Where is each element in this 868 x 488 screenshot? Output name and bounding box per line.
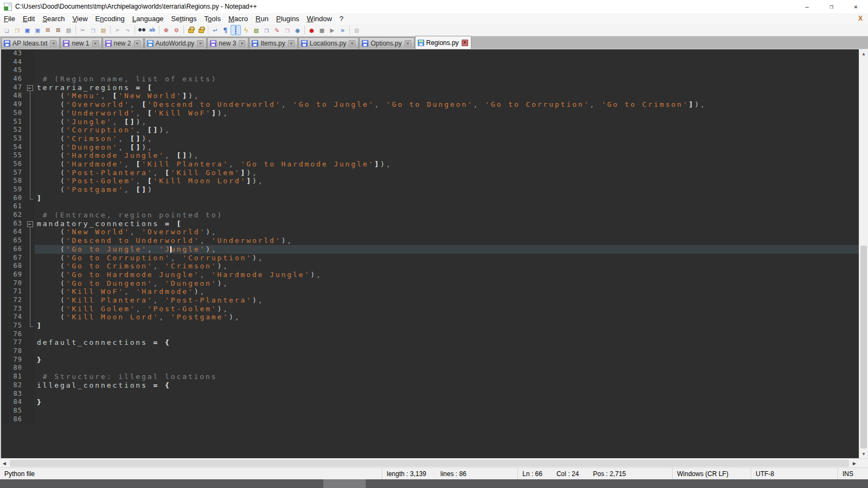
- line-number[interactable]: 56: [1, 160, 26, 169]
- code-line[interactable]: 54 ('Dungeon', []),: [1, 143, 859, 152]
- code-line[interactable]: 43: [1, 49, 859, 58]
- line-number[interactable]: 75: [1, 322, 26, 330]
- line-number[interactable]: 76: [1, 330, 26, 339]
- tab-locations-py[interactable]: Locations.py✕: [298, 37, 359, 49]
- code-line[interactable]: 73 ('Kill Golem', 'Post-Golem'),: [1, 305, 859, 313]
- code-line[interactable]: 60]: [1, 194, 859, 203]
- line-number[interactable]: 66: [1, 245, 26, 254]
- tab-close-icon[interactable]: ✕: [197, 40, 203, 47]
- scroll-up-icon[interactable]: ▲: [859, 49, 868, 58]
- line-number[interactable]: 72: [1, 296, 26, 305]
- line-number[interactable]: 77: [1, 338, 26, 347]
- tab-regions-py[interactable]: Regions.py✕: [415, 36, 471, 49]
- open-file-icon[interactable]: ❒: [12, 25, 22, 35]
- menu-tools[interactable]: Tools: [201, 14, 225, 24]
- line-number[interactable]: 70: [1, 279, 26, 288]
- line-number[interactable]: 71: [1, 287, 26, 296]
- line-number[interactable]: 80: [1, 364, 26, 373]
- tab-close-icon[interactable]: ✕: [288, 40, 295, 47]
- sync-horizontal-scroll-icon[interactable]: [196, 25, 206, 35]
- code-line[interactable]: 61: [1, 202, 859, 211]
- print-icon[interactable]: ▤: [63, 25, 74, 35]
- code-line[interactable]: 51 ('Jungle', []),: [1, 118, 859, 126]
- menu-plugins[interactable]: Plugins: [272, 14, 303, 24]
- code-line[interactable]: 58 ('Post-Golem', ['Kill Moon Lord']),: [1, 177, 859, 185]
- code-line[interactable]: 78: [1, 347, 859, 356]
- line-number[interactable]: 68: [1, 262, 26, 271]
- line-number[interactable]: 62: [1, 211, 26, 220]
- tab-close-icon[interactable]: ✕: [462, 40, 468, 46]
- code-line[interactable]: 48 ('Menu', ['New World']),: [1, 92, 859, 100]
- find-icon[interactable]: [137, 25, 147, 35]
- scroll-left-icon[interactable]: ◄: [0, 459, 9, 467]
- word-wrap-icon[interactable]: ↩: [210, 25, 220, 35]
- close-file-icon[interactable]: ⊠: [43, 25, 53, 35]
- macro-record-icon[interactable]: ●: [307, 25, 317, 35]
- code-line[interactable]: 63mandatory_connections = [: [1, 220, 859, 228]
- tab-close-icon[interactable]: ✕: [50, 40, 56, 47]
- line-number[interactable]: 81: [1, 373, 26, 381]
- line-number[interactable]: 48: [1, 92, 26, 100]
- line-number[interactable]: 83: [1, 390, 26, 399]
- save-icon[interactable]: ▣: [22, 25, 33, 35]
- line-number[interactable]: 47: [1, 84, 26, 92]
- replace-icon[interactable]: ab: [147, 25, 157, 35]
- fold-collapse-icon[interactable]: [26, 220, 35, 228]
- code-line[interactable]: 45: [1, 66, 859, 75]
- monitoring-eye-icon[interactable]: ◉: [292, 25, 303, 35]
- status-eol-format[interactable]: Windows (CR LF): [673, 468, 751, 479]
- code-line[interactable]: 76: [1, 330, 859, 339]
- macro-run-multiple-icon[interactable]: »: [337, 25, 348, 35]
- line-number[interactable]: 49: [1, 100, 26, 109]
- scroll-right-icon[interactable]: ►: [850, 459, 859, 467]
- line-number[interactable]: 58: [1, 177, 26, 185]
- redo-icon[interactable]: ↷: [123, 25, 133, 35]
- menu-macro[interactable]: Macro: [225, 14, 252, 24]
- line-number[interactable]: 65: [1, 236, 26, 245]
- menu-edit[interactable]: Edit: [19, 14, 39, 24]
- close-all-icon[interactable]: ⊠: [53, 25, 63, 35]
- sync-vertical-scroll-icon[interactable]: [186, 25, 196, 35]
- line-number[interactable]: 52: [1, 126, 26, 134]
- zoom-out-icon[interactable]: ⊖: [171, 25, 182, 35]
- menu-file[interactable]: File: [0, 14, 19, 24]
- save-all-icon[interactable]: ▣: [33, 25, 43, 35]
- fold-collapse-icon[interactable]: [26, 84, 35, 92]
- tab-close-icon[interactable]: ✕: [239, 40, 245, 47]
- tab-close-icon[interactable]: ✕: [405, 40, 411, 47]
- code-line[interactable]: 67 ('Go to Corruption', 'Corruption'),: [1, 254, 859, 262]
- menu-settings[interactable]: Settings: [168, 14, 201, 24]
- code-line[interactable]: 84}: [1, 398, 859, 407]
- tab-close-icon[interactable]: ✕: [134, 40, 141, 47]
- code-line[interactable]: 50 ('Underworld', ['Kill WoF']),: [1, 109, 859, 118]
- code-line[interactable]: 72 ('Kill Plantera', 'Post-Plantera'),: [1, 296, 859, 305]
- line-number[interactable]: 79: [1, 356, 26, 364]
- copy-icon[interactable]: ❐: [88, 25, 98, 35]
- code-line[interactable]: 70 ('Go to Dungeon', 'Dungeon'),: [1, 279, 859, 288]
- code-line[interactable]: 75]: [1, 322, 859, 330]
- macro-play-icon[interactable]: ▶: [327, 25, 337, 35]
- tab-items-py[interactable]: Items.py✕: [249, 37, 297, 49]
- code-line[interactable]: 53 ('Crimson', []),: [1, 134, 859, 143]
- indent-guide-icon[interactable]: ┋: [231, 25, 241, 35]
- tab-autoworld-py[interactable]: AutoWorld.py✕: [144, 37, 207, 49]
- tab-new-1[interactable]: new 1✕: [60, 37, 101, 49]
- status-insert-mode[interactable]: INS: [838, 468, 868, 479]
- line-number[interactable]: 85: [1, 407, 26, 415]
- code-line[interactable]: 69 ('Go to Hardmode Jungle', 'Hardmode J…: [1, 271, 859, 279]
- code-line[interactable]: 47terraria_regions = [: [1, 84, 859, 92]
- code-line[interactable]: 49 ('Overworld', ['Descend to Underworld…: [1, 100, 859, 109]
- menu-encoding[interactable]: Encoding: [92, 14, 129, 24]
- new-file-icon[interactable]: ❏: [2, 25, 12, 35]
- undo-icon[interactable]: ↶: [112, 25, 123, 35]
- code-line[interactable]: 77default_connections = {: [1, 338, 859, 347]
- cut-icon[interactable]: ✂: [78, 25, 88, 35]
- project-panel-icon[interactable]: ❒: [282, 25, 292, 35]
- line-number[interactable]: 84: [1, 398, 26, 407]
- tab-close-icon[interactable]: ✕: [349, 40, 355, 47]
- code-line[interactable]: 65 ('Descend to Underworld', 'Underworld…: [1, 236, 859, 245]
- document-list-icon[interactable]: ❐: [261, 25, 272, 35]
- code-line[interactable]: 44: [1, 58, 859, 67]
- code-line[interactable]: 55 ('Hardmode Jungle', []),: [1, 151, 859, 160]
- menubar-close-icon[interactable]: X: [858, 15, 863, 22]
